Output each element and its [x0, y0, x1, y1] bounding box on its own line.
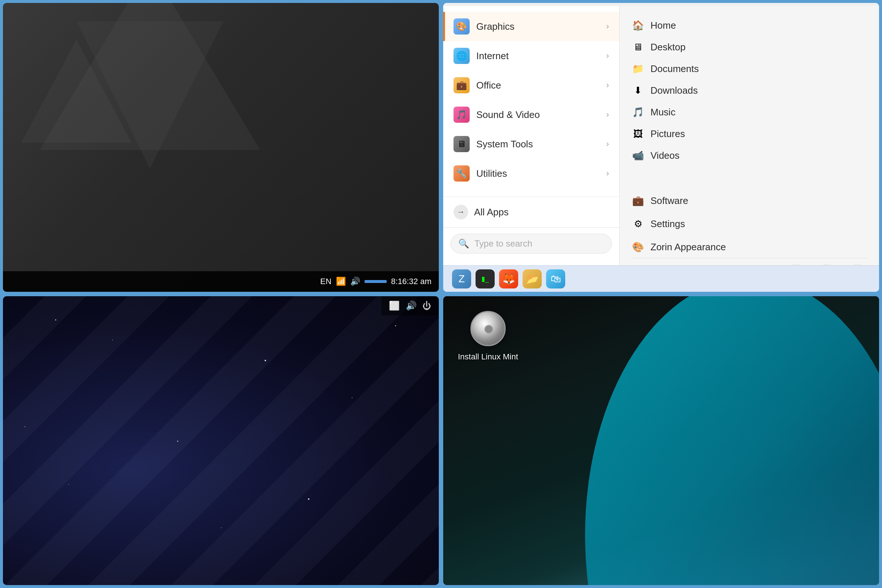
taskbar-time: 8:16:32 am [391, 277, 432, 286]
downloads-icon: ⬇ [632, 85, 645, 96]
videos-icon: 📹 [632, 150, 645, 161]
category-internet[interactable]: 🌐 Internet › [443, 41, 619, 70]
utilities-arrow: › [606, 169, 609, 178]
screen-grid: EN 📶 🔊 8:16:32 am 🎨 Graphics › [0, 0, 882, 588]
search-placeholder[interactable]: Type to search [474, 238, 604, 249]
place-home[interactable]: 🏠 Home [632, 15, 867, 36]
search-bar-row: 🔍 Type to search [443, 228, 619, 260]
category-sound-video[interactable]: 🎵 Sound & Video › [443, 100, 619, 129]
office-arrow: › [606, 81, 609, 90]
systemtools-icon: 🖥 [453, 136, 470, 152]
place-documents[interactable]: 📁 Documents [632, 58, 867, 80]
place-videos[interactable]: 📹 Videos [632, 145, 867, 166]
taskbar-volume-icon: 🔊 [350, 277, 360, 286]
category-system-tools[interactable]: 🖥 System Tools › [443, 129, 619, 159]
place-downloads-label: Downloads [651, 85, 698, 96]
search-bar[interactable]: 🔍 Type to search [450, 234, 612, 254]
internet-icon: 🌐 [453, 48, 470, 64]
dock-store[interactable]: 🛍 [546, 269, 565, 288]
action-settings-label: Settings [651, 218, 685, 230]
category-office[interactable]: 💼 Office › [443, 70, 619, 100]
action-software[interactable]: 💼 Software [632, 190, 867, 212]
quadrant-top-right: 🎨 Graphics › 🌐 Internet › 💼 Office › [443, 3, 879, 292]
place-downloads[interactable]: ⬇ Downloads [632, 80, 867, 101]
category-internet-label: Internet [476, 50, 606, 62]
category-utilities-label: Utilities [476, 168, 606, 179]
bl-volume-icon[interactable]: 🔊 [406, 301, 417, 311]
all-apps-row[interactable]: → All Apps [443, 196, 619, 228]
bottom-actions: ⇄ ↺ ⏻ [632, 258, 867, 266]
place-videos-label: Videos [651, 150, 680, 161]
place-desktop-label: Desktop [651, 42, 686, 53]
zorin-menu: 🎨 Graphics › 🌐 Internet › 💼 Office › [443, 3, 879, 292]
mint-install-label: Install Linux Mint [458, 352, 518, 362]
category-graphics[interactable]: 🎨 Graphics › [443, 12, 619, 41]
dock-bar: Z ▮_ 🦊 📂 🛍 [443, 266, 879, 292]
graphics-arrow: › [606, 22, 609, 31]
menu-categories: 🎨 Graphics › 🌐 Internet › 💼 Office › [443, 6, 620, 266]
taskbar-lang: EN [320, 277, 332, 286]
systemtools-arrow: › [606, 139, 609, 149]
category-utilities[interactable]: 🔧 Utilities › [443, 159, 619, 188]
menu-top-bar [443, 3, 879, 6]
active-indicator [443, 12, 445, 41]
soundvideo-icon: 🎵 [453, 106, 470, 123]
places-section: 🏠 Home 🖥 Desktop 📁 Documents ⬇ [632, 15, 867, 166]
software-icon: 💼 [632, 195, 645, 207]
place-pictures-label: Pictures [651, 128, 685, 140]
category-systemtools-label: System Tools [476, 138, 606, 150]
place-home-label: Home [651, 20, 676, 31]
zorin-appearance-icon: 🎨 [632, 242, 645, 253]
actions-section: 💼 Software ⚙ Settings 🎨 Zorin Appearance [632, 190, 867, 258]
quadrant-bottom-left: ⬜ 🔊 ⏻ [3, 296, 439, 585]
bl-taskbar: ⬜ 🔊 ⏻ [381, 296, 439, 315]
category-office-label: Office [476, 80, 606, 91]
space-stripes [3, 296, 439, 585]
office-icon: 💼 [453, 77, 470, 93]
action-settings[interactable]: ⚙ Settings [632, 213, 867, 235]
menu-right-panel: 🏠 Home 🖥 Desktop 📁 Documents ⬇ [620, 6, 879, 266]
mint-install-icon[interactable]: Install Linux Mint [458, 311, 518, 362]
mint-disc-icon [470, 311, 506, 346]
action-zorin-appearance-label: Zorin Appearance [651, 242, 726, 253]
category-soundvideo-label: Sound & Video [476, 109, 606, 120]
utilities-icon: 🔧 [453, 165, 470, 182]
action-software-label: Software [651, 195, 688, 207]
soundvideo-arrow: › [606, 110, 609, 119]
geo-shape-3 [21, 40, 132, 142]
quadrant-top-left: EN 📶 🔊 8:16:32 am [3, 3, 439, 292]
documents-icon: 📁 [632, 63, 645, 75]
place-pictures[interactable]: 🖼 Pictures [632, 123, 867, 145]
settings-icon: ⚙ [632, 218, 645, 230]
place-desktop[interactable]: 🖥 Desktop [632, 36, 867, 58]
action-zorin-appearance[interactable]: 🎨 Zorin Appearance [632, 236, 867, 258]
desktop-icon: 🖥 [632, 42, 645, 53]
taskbar-progress-bar [364, 280, 387, 283]
bl-screen-icon[interactable]: ⬜ [389, 301, 400, 311]
all-apps-label: All Apps [474, 207, 508, 218]
dock-firefox[interactable]: 🦊 [499, 269, 518, 288]
desktop-background-geometric [3, 3, 439, 271]
dock-files[interactable]: 📂 [523, 269, 542, 288]
menu-body: 🎨 Graphics › 🌐 Internet › 💼 Office › [443, 6, 879, 266]
place-music[interactable]: 🎵 Music [632, 101, 867, 123]
home-icon: 🏠 [632, 20, 645, 31]
taskbar-top-left: EN 📶 🔊 8:16:32 am [3, 271, 439, 292]
dock-terminal[interactable]: ▮_ [476, 269, 495, 288]
pictures-icon: 🖼 [632, 128, 645, 140]
place-documents-label: Documents [651, 63, 699, 75]
dock-zorin[interactable]: Z [452, 269, 471, 288]
music-icon: 🎵 [632, 106, 645, 118]
quadrant-bottom-right: Install Linux Mint [443, 296, 879, 585]
taskbar-network-icon: 📶 [336, 277, 346, 286]
bl-power-icon[interactable]: ⏻ [423, 301, 432, 311]
place-music-label: Music [651, 106, 675, 118]
search-icon: 🔍 [458, 238, 469, 249]
internet-arrow: › [606, 51, 609, 61]
all-apps-icon: → [453, 205, 468, 219]
graphics-icon: 🎨 [453, 18, 470, 34]
category-graphics-label: Graphics [476, 21, 606, 32]
